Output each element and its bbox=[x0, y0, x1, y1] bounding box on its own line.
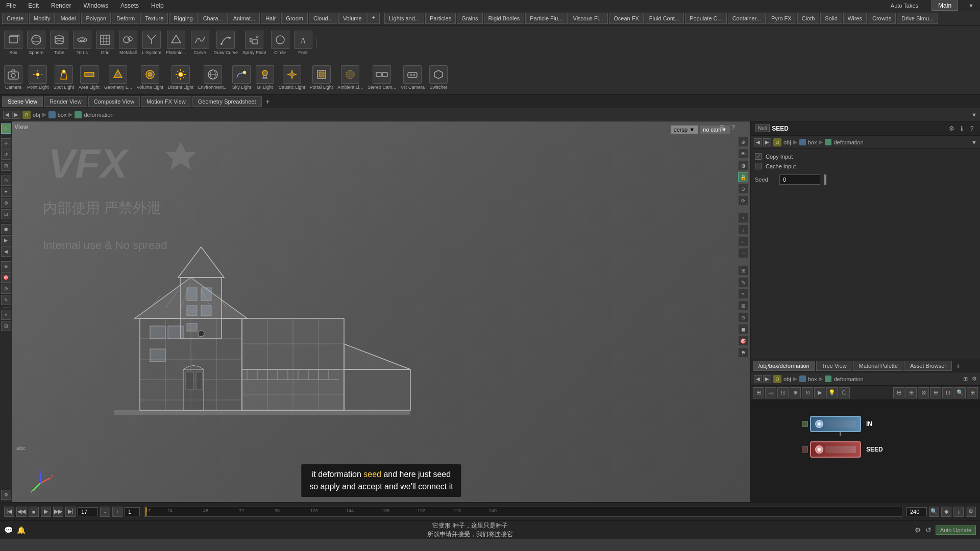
tool-c[interactable]: ⚙ bbox=[1, 198, 11, 208]
add-node-tab[interactable]: + bbox=[953, 362, 963, 370]
tool-h[interactable]: ⊕ bbox=[1, 261, 11, 271]
move-tool[interactable]: ✛ bbox=[1, 138, 11, 148]
scale-tool[interactable]: ⊞ bbox=[1, 161, 11, 171]
nav-back[interactable]: ◀ bbox=[3, 111, 11, 119]
btn-fluid[interactable]: Fluid Cont... bbox=[645, 13, 684, 24]
tool-circle[interactable]: Circle bbox=[269, 30, 291, 56]
btn-wires[interactable]: Wires bbox=[843, 13, 867, 24]
lsystem-icon[interactable] bbox=[142, 31, 161, 49]
vp-icon-12[interactable]: ✎ bbox=[738, 277, 748, 287]
tool-sky-light[interactable]: Sky Light bbox=[230, 64, 253, 91]
btn-volume[interactable]: Volume bbox=[338, 13, 366, 24]
tl-minus[interactable]: - bbox=[100, 507, 110, 517]
node-tb-1[interactable]: ⊞ bbox=[753, 387, 764, 398]
in-node-body[interactable] bbox=[810, 416, 861, 432]
tl-audio[interactable]: ♪ bbox=[953, 507, 964, 517]
seed-nav-back[interactable]: ◀ bbox=[754, 138, 762, 146]
vp-icon-5[interactable]: ⊙ bbox=[738, 184, 748, 194]
environment-icon[interactable] bbox=[204, 65, 222, 84]
btn-plus[interactable]: + bbox=[368, 13, 380, 24]
help-icon[interactable]: ? bbox=[731, 123, 735, 131]
tool-environment[interactable]: Environment... bbox=[196, 64, 230, 91]
vp-icon-6[interactable]: ⟳ bbox=[738, 195, 748, 206]
stereo-cam-icon[interactable] bbox=[373, 65, 391, 84]
seed-box-icon[interactable] bbox=[799, 139, 806, 145]
deformation-icon[interactable] bbox=[75, 111, 82, 118]
tab-render-view[interactable]: Render View bbox=[44, 96, 87, 107]
node-expand[interactable]: ⊞ bbox=[963, 375, 968, 382]
distant-light-icon[interactable] bbox=[172, 65, 190, 84]
vp-icon-17[interactable]: 🎯 bbox=[738, 336, 748, 346]
metaball-icon[interactable] bbox=[119, 31, 137, 49]
vp-icon-13[interactable]: ⌖ bbox=[738, 289, 748, 299]
tab-scene-view[interactable]: Scene View bbox=[2, 96, 43, 107]
btn-groom[interactable]: Groom bbox=[281, 13, 308, 24]
tool-caustic-light[interactable]: Caustic Light bbox=[277, 64, 307, 91]
draw-curve-icon[interactable] bbox=[216, 31, 235, 49]
tl-options[interactable]: ⚙ bbox=[966, 507, 976, 517]
node-box-icon[interactable] bbox=[799, 375, 806, 382]
btn-create[interactable]: Create bbox=[2, 13, 28, 24]
tool-point-light[interactable]: Point Light bbox=[25, 64, 51, 91]
btn-drive[interactable]: Drive Simu... bbox=[897, 13, 938, 24]
btn-viscous[interactable]: Viscous Fl... bbox=[569, 13, 608, 24]
seed-obj-icon[interactable]: O bbox=[773, 138, 781, 146]
status-chat[interactable]: 💬 bbox=[4, 526, 13, 534]
btn-chara[interactable]: Chara... bbox=[199, 13, 228, 24]
node-nav-back[interactable]: ◀ bbox=[754, 375, 762, 383]
select-tool[interactable]: ↖ bbox=[1, 123, 11, 134]
tl-play[interactable]: ▶ bbox=[41, 507, 51, 517]
vp-icon-9[interactable]: ← bbox=[738, 236, 748, 246]
tool-area-light[interactable]: Area Light bbox=[77, 64, 102, 91]
obj-icon[interactable]: O bbox=[22, 111, 31, 119]
question-icon[interactable]: ? bbox=[968, 124, 976, 133]
tool-tube[interactable]: Tube bbox=[48, 30, 70, 56]
node-tb-5[interactable]: ⊙ bbox=[802, 387, 813, 398]
no-cam-badge[interactable]: no cam▼ bbox=[700, 126, 730, 134]
node-tb-zoom[interactable]: ⊕ bbox=[930, 387, 941, 398]
tl-go-end[interactable]: ▶| bbox=[65, 507, 76, 517]
auto-update-btn[interactable]: Auto Update bbox=[936, 525, 976, 535]
sky-light-icon[interactable] bbox=[232, 65, 251, 84]
btn-rigid[interactable]: Rigid Bodies bbox=[484, 13, 525, 24]
dropdown-arrow[interactable]: ▼ bbox=[966, 3, 976, 9]
menu-file[interactable]: File bbox=[4, 1, 18, 10]
btn-deform[interactable]: Deform bbox=[112, 13, 139, 24]
tool-distant-light[interactable]: Distant Light bbox=[166, 64, 195, 91]
tool-i[interactable]: 🎯 bbox=[1, 272, 11, 283]
tool-switcher[interactable]: Switcher bbox=[427, 64, 450, 91]
volume-light-icon[interactable] bbox=[141, 65, 159, 84]
btn-particle-flu[interactable]: Particle Flu... bbox=[525, 13, 567, 24]
status-bell[interactable]: 🔔 bbox=[17, 526, 26, 534]
tl-end-frame[interactable] bbox=[906, 507, 927, 516]
in-node-left-port[interactable] bbox=[802, 421, 808, 427]
tool-b[interactable]: ✦ bbox=[1, 187, 11, 197]
btn-animat[interactable]: Animat... bbox=[229, 13, 260, 24]
tool-camera[interactable]: Camera bbox=[2, 64, 24, 91]
tool-stereo-cam[interactable]: Stereo Cam... bbox=[365, 64, 398, 91]
tool-j[interactable]: ⊘ bbox=[1, 284, 11, 294]
in-node[interactable]: IN bbox=[802, 416, 872, 432]
viewport[interactable]: View persp ▼ no cam▼ VFX 内部使用 严禁外泄 Inter… bbox=[12, 121, 750, 502]
tl-zoom-out[interactable]: 🔍 bbox=[929, 507, 939, 517]
btn-pyro[interactable]: Pyro FX bbox=[767, 13, 796, 24]
torus-icon[interactable] bbox=[73, 31, 91, 49]
nav-forward[interactable]: ▶ bbox=[12, 111, 20, 119]
tool-box[interactable]: Box bbox=[2, 30, 24, 56]
btn-populate[interactable]: Populate C... bbox=[685, 13, 727, 24]
tool-curve[interactable]: Curve bbox=[189, 30, 211, 56]
tab-composite-view[interactable]: Composite View bbox=[88, 96, 140, 107]
menu-edit[interactable]: Edit bbox=[26, 1, 41, 10]
btn-hair[interactable]: Hair bbox=[261, 13, 280, 24]
vp-icon-7[interactable]: ↑ bbox=[738, 213, 748, 223]
null-badge[interactable]: Null bbox=[755, 124, 770, 132]
tool-geometry-light[interactable]: Geometry L... bbox=[102, 64, 134, 91]
vr-camera-icon[interactable] bbox=[403, 65, 422, 84]
caustic-light-icon[interactable] bbox=[283, 65, 301, 84]
btn-ocean[interactable]: Ocean FX bbox=[609, 13, 644, 24]
node-tb-expand[interactable]: ⊞ bbox=[967, 387, 978, 398]
persp-badge[interactable]: persp ▼ bbox=[671, 126, 698, 134]
vp-icon-14[interactable]: ⊠ bbox=[738, 300, 748, 311]
seed-node-body[interactable] bbox=[810, 441, 861, 458]
tl-go-start[interactable]: |◀ bbox=[4, 507, 14, 517]
